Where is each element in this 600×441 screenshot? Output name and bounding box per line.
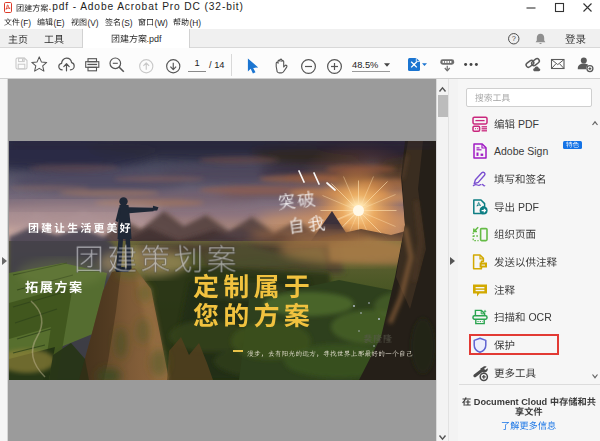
svg-text:OCR: OCR xyxy=(525,311,552,323)
svg-text:Document Cloud: Document Cloud xyxy=(471,397,550,407)
svg-text:PDF: PDF xyxy=(515,201,539,213)
svg-text:PDF: PDF xyxy=(515,118,539,130)
svg-text:?: ? xyxy=(512,34,516,43)
svg-text:Adobe Sign: Adobe Sign xyxy=(494,145,548,157)
